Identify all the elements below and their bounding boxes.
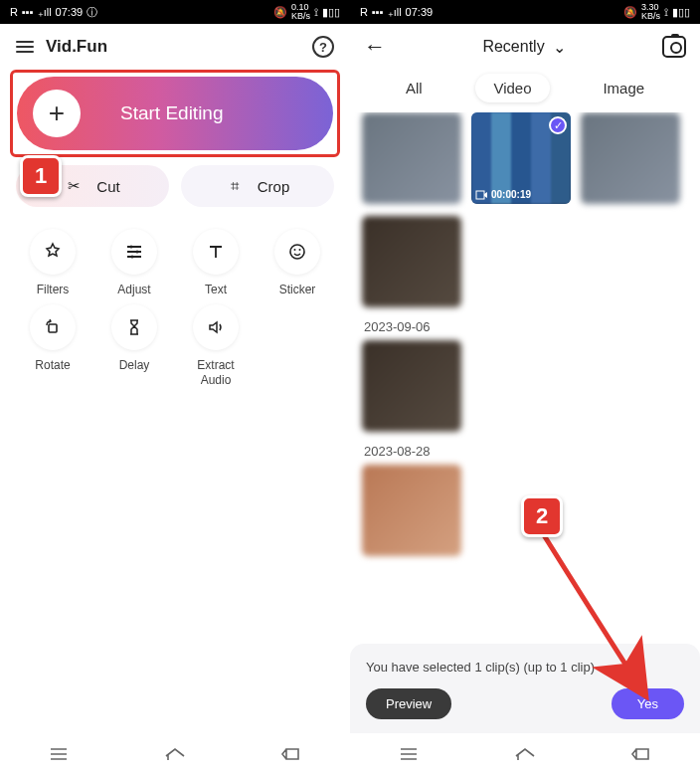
chevron-down-icon: ⌄ bbox=[553, 38, 566, 57]
nav-home-icon[interactable] bbox=[164, 743, 186, 765]
nav-recents-icon[interactable] bbox=[398, 743, 420, 765]
start-editing-highlight: + Start Editing bbox=[10, 70, 340, 157]
tab-image[interactable]: Image bbox=[585, 74, 662, 102]
text-icon bbox=[193, 229, 239, 275]
signal-icon-2: ₊ıll bbox=[38, 6, 52, 19]
nav-home-icon[interactable] bbox=[514, 743, 536, 765]
status-bar-right: R ▪▪▪ ₊ıll 07:39 🔕 3.30KB/s ⟟ ▮▯▯ bbox=[350, 0, 700, 24]
plus-icon: + bbox=[33, 90, 81, 137]
adjust-icon bbox=[111, 229, 157, 275]
tab-all[interactable]: All bbox=[388, 74, 440, 102]
clock: 07:39 bbox=[406, 6, 434, 18]
video-thumb[interactable] bbox=[362, 465, 461, 556]
svg-rect-6 bbox=[49, 324, 57, 332]
status-bar: R ▪▪▪ ₊ıll 07:39 ⓘ 🔕 0.10KB/s ⟟ ▮▯▯ bbox=[0, 0, 350, 24]
wifi-icon: ⟟ bbox=[664, 6, 668, 19]
video-thumb[interactable] bbox=[362, 112, 461, 204]
crop-icon: ⌗ bbox=[226, 177, 244, 195]
album-dropdown[interactable]: Recently ⌄ bbox=[396, 38, 652, 57]
data-rate: 0.10KB/s bbox=[291, 3, 310, 21]
cut-label: Cut bbox=[96, 178, 119, 195]
svg-point-0 bbox=[130, 246, 133, 249]
menu-icon[interactable] bbox=[16, 41, 34, 53]
rotate-icon bbox=[30, 304, 76, 350]
tool-rotate[interactable]: Rotate bbox=[12, 304, 93, 387]
back-arrow-icon[interactable]: ← bbox=[364, 34, 386, 60]
start-editing-label: Start Editing bbox=[120, 102, 224, 124]
info-icon: ⓘ bbox=[87, 5, 97, 20]
svg-point-5 bbox=[299, 249, 301, 251]
extract-audio-label: Extract Audio bbox=[197, 358, 234, 387]
tool-sticker[interactable]: Sticker bbox=[257, 229, 338, 296]
phone-right: R ▪▪▪ ₊ıll 07:39 🔕 3.30KB/s ⟟ ▮▯▯ ← Rece… bbox=[350, 0, 700, 775]
clock: 07:39 bbox=[56, 6, 84, 18]
crop-label: Crop bbox=[258, 178, 290, 195]
app-title: Vid.Fun bbox=[46, 37, 300, 57]
nav-bar-right bbox=[350, 733, 700, 775]
preview-button[interactable]: Preview bbox=[366, 688, 451, 719]
selection-sheet: You have selected 1 clip(s) (up to 1 cli… bbox=[350, 644, 700, 733]
tool-adjust[interactable]: Adjust bbox=[93, 229, 175, 296]
svg-point-2 bbox=[131, 256, 134, 259]
video-thumb[interactable] bbox=[362, 216, 461, 307]
svg-rect-7 bbox=[476, 191, 484, 199]
carrier-label: R bbox=[10, 6, 18, 18]
tool-delay[interactable]: Delay bbox=[93, 304, 175, 387]
media-tabs: All Video Image bbox=[350, 70, 700, 112]
svg-point-1 bbox=[136, 251, 139, 254]
crop-button[interactable]: ⌗ Crop bbox=[181, 165, 334, 207]
check-icon: ✓ bbox=[549, 116, 567, 134]
scissors-icon: ✂ bbox=[65, 177, 83, 195]
svg-point-4 bbox=[294, 249, 296, 251]
tool-extract-audio[interactable]: Extract Audio bbox=[175, 304, 257, 387]
tab-video[interactable]: Video bbox=[475, 74, 549, 102]
tool-grid: Filters Adjust Text Sticker bbox=[0, 219, 350, 397]
start-editing-button[interactable]: + Start Editing bbox=[17, 77, 333, 150]
phone-left: R ▪▪▪ ₊ıll 07:39 ⓘ 🔕 0.10KB/s ⟟ ▮▯▯ Vid.… bbox=[0, 0, 350, 775]
data-rate: 3.30KB/s bbox=[641, 3, 660, 21]
video-thumb[interactable] bbox=[581, 112, 680, 204]
filters-icon bbox=[30, 229, 76, 275]
nav-bar-left bbox=[0, 733, 350, 775]
nav-back-icon[interactable] bbox=[280, 743, 302, 765]
date-header: 2023-08-28 bbox=[364, 444, 688, 459]
help-icon[interactable]: ? bbox=[312, 36, 334, 58]
delay-icon bbox=[111, 304, 157, 350]
annotation-badge-1: 1 bbox=[20, 155, 62, 197]
mute-icon: 🔕 bbox=[273, 6, 287, 19]
audio-icon bbox=[193, 304, 239, 350]
yes-button[interactable]: Yes bbox=[612, 688, 684, 719]
signal-icon-2: ₊ıll bbox=[388, 6, 402, 19]
video-duration: 00:00:19 bbox=[475, 189, 567, 200]
battery-icon: ▮▯▯ bbox=[322, 6, 340, 19]
battery-icon: ▮▯▯ bbox=[672, 6, 690, 19]
carrier-label: R bbox=[360, 6, 368, 18]
camera-icon[interactable] bbox=[662, 36, 686, 58]
video-thumb[interactable] bbox=[362, 340, 461, 432]
date-header: 2023-09-06 bbox=[364, 319, 688, 334]
sticker-icon bbox=[274, 229, 320, 275]
mute-icon: 🔕 bbox=[623, 6, 637, 19]
wifi-icon: ⟟ bbox=[314, 6, 318, 19]
picker-header: ← Recently ⌄ bbox=[350, 24, 700, 70]
signal-icon: ▪▪▪ bbox=[22, 6, 34, 18]
app-header: Vid.Fun ? bbox=[0, 24, 350, 66]
signal-icon: ▪▪▪ bbox=[372, 6, 384, 18]
nav-recents-icon[interactable] bbox=[48, 743, 70, 765]
selection-text: You have selected 1 clip(s) (up to 1 cli… bbox=[366, 660, 684, 675]
tool-text[interactable]: Text bbox=[175, 229, 257, 296]
svg-point-3 bbox=[290, 245, 304, 259]
tool-filters[interactable]: Filters bbox=[12, 229, 93, 296]
nav-back-icon[interactable] bbox=[630, 743, 652, 765]
video-thumb-selected[interactable]: ✓ 00:00:19 bbox=[471, 112, 571, 204]
annotation-badge-2: 2 bbox=[521, 495, 563, 537]
